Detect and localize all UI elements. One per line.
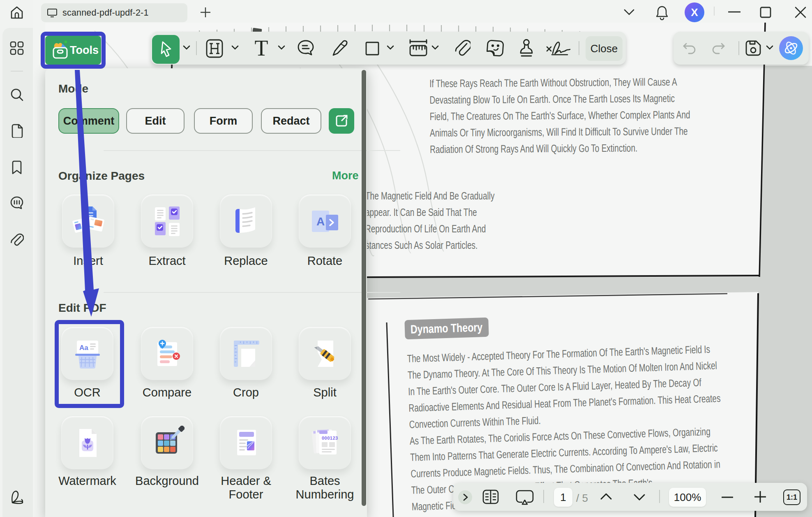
svg-text:A: A (316, 215, 324, 228)
svg-text:000123: 000123 (322, 436, 338, 440)
